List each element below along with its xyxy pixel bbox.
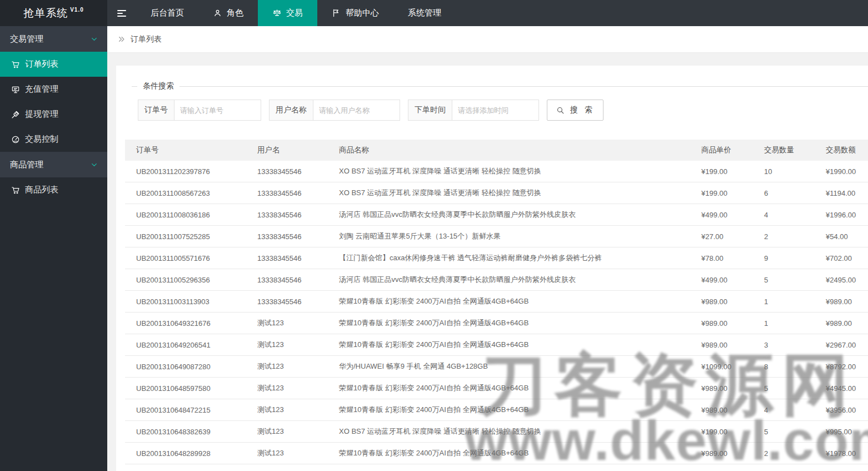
order-time-input[interactable]: [452, 100, 538, 120]
sidebar-item-withdraw-management[interactable]: 提现管理: [0, 102, 107, 127]
cell-amount: ¥54.00: [815, 232, 868, 241]
content-panel: 条件搜索 订单号 用户名称 下单时间 搜 索: [116, 66, 868, 471]
search-button-label: 搜 索: [570, 105, 595, 115]
sidebar-group-trade-management[interactable]: 交易管理: [0, 26, 107, 52]
cell-product: 汤河店 韩国正品vvc防晒衣女经典薄夏季中长款防晒服户外防紫外线皮肤衣: [328, 210, 690, 220]
order-no-input[interactable]: [174, 100, 261, 120]
search-icon: [556, 106, 565, 115]
cell-product: XO BS7 运动蓝牙耳机 深度降噪 通话更清晰 轻松操控 随意切换: [328, 427, 690, 437]
cell-product: 华为/HUAWEI 畅享9 手机 全网通 4GB+128GB: [328, 361, 690, 371]
cart-icon: [11, 186, 20, 195]
cell-order-no: UB2001311008567263: [125, 189, 246, 197]
menu-toggle-icon[interactable]: [107, 0, 136, 26]
cell-quantity: 2: [753, 449, 815, 458]
cell-quantity: 2: [753, 232, 815, 241]
gauge-icon: [11, 135, 20, 144]
top-navbar: 抢单系统 V1.0 后台首页 角色 交易 帮助中心 系统管理: [0, 0, 868, 26]
username-input[interactable]: [313, 100, 400, 120]
cell-username: 13338345546: [246, 189, 328, 197]
sidebar-item-trade-control[interactable]: 交易控制: [0, 127, 107, 152]
column-header-amount: 交易数额: [815, 145, 868, 155]
cell-username: 测试123: [246, 427, 328, 437]
cell-amount: ¥1990.00: [815, 167, 868, 176]
sidebar-item-recharge-management[interactable]: 充值管理: [0, 77, 107, 102]
cell-price: ¥1099.00: [690, 363, 753, 371]
cart-icon: [11, 60, 20, 69]
cell-amount: ¥8792.00: [815, 363, 868, 371]
search-fieldset: 条件搜索 订单号 用户名称 下单时间 搜 索: [132, 81, 868, 121]
order-no-field-group: 订单号: [138, 100, 261, 121]
nav-item-trade[interactable]: 交易: [258, 0, 317, 26]
order-time-field-group: 下单时间: [408, 100, 539, 121]
cell-order-no: UB2001310648472215: [125, 406, 246, 414]
nav-item-help-center[interactable]: 帮助中心: [317, 0, 393, 26]
table-row: UB2001310648472215 测试123 荣耀10青春版 幻彩渐变 24…: [125, 399, 868, 421]
cell-order-no: UB2001311003113903: [125, 298, 246, 306]
column-header-username: 用户名: [246, 145, 328, 155]
nav-item-label: 交易: [286, 8, 303, 18]
cell-quantity: 6: [753, 189, 815, 197]
cell-product: 荣耀10青春版 幻彩渐变 2400万AI自拍 全网通版4GB+64GB: [328, 383, 690, 393]
search-button[interactable]: 搜 索: [547, 100, 603, 121]
column-header-order-no: 订单号: [125, 145, 246, 155]
order-time-field-label: 下单时间: [408, 100, 452, 120]
cell-price: ¥989.00: [690, 298, 753, 306]
cell-quantity: 4: [753, 406, 815, 414]
nav-item-system-management[interactable]: 系统管理: [393, 0, 456, 26]
cell-order-no: UB2001310648289928: [125, 449, 246, 458]
cell-amount: ¥989.00: [815, 319, 868, 328]
cell-product: 【江门新会馆】caxa休闲修身速干裤 透气轻薄运动裤耐磨健身户外裤多袋裤七分裤: [328, 253, 690, 263]
person-icon: [213, 8, 222, 18]
cell-amount: ¥2967.00: [815, 341, 868, 349]
cell-order-no: UB2001310649206541: [125, 341, 246, 349]
cell-quantity: 4: [753, 211, 815, 219]
cell-price: ¥989.00: [690, 319, 753, 328]
sidebar-item-label: 交易控制: [25, 134, 58, 145]
cell-username: 13338345546: [246, 211, 328, 219]
cell-price: ¥199.00: [690, 189, 753, 197]
table-row: UB2001310648189445 测试123 宁福吉 新疆和田大枣煲粥枣50…: [125, 464, 868, 471]
column-header-quantity: 交易数量: [753, 145, 815, 155]
cell-username: 13338345546: [246, 298, 328, 306]
cell-username: 测试123: [246, 340, 328, 350]
cell-username: 测试123: [246, 318, 328, 328]
column-header-product: 商品名称: [328, 145, 690, 155]
sidebar-item-order-list[interactable]: 订单列表: [0, 52, 107, 77]
sidebar-group-product-management[interactable]: 商品管理: [0, 152, 107, 177]
sidebar: 交易管理 订单列表 充值管理 提现管理 交易控制 商品管理 商品列表: [0, 26, 107, 471]
cell-amount: ¥989.00: [815, 298, 868, 306]
cell-amount: ¥1996.00: [815, 211, 868, 219]
cell-quantity: 3: [753, 341, 815, 349]
table-row: UB2001310648382639 测试123 XO BS7 运动蓝牙耳机 深…: [125, 421, 868, 443]
cell-price: ¥499.00: [690, 211, 753, 219]
cell-username: 测试123: [246, 448, 328, 458]
table-body: UB2001311202397876 13338345546 XO BS7 运动…: [125, 161, 868, 471]
chevron-down-icon: [90, 161, 98, 169]
cell-amount: ¥702.00: [815, 254, 868, 262]
sidebar-item-label: 订单列表: [25, 59, 58, 70]
search-form: 订单号 用户名称 下单时间 搜 索: [132, 100, 868, 121]
order-no-field-label: 订单号: [138, 100, 174, 120]
table-row: UB2001311003113903 13338345546 荣耀10青春版 幻…: [125, 291, 868, 313]
table-row: UB2001310649206541 测试123 荣耀10青春版 幻彩渐变 24…: [125, 334, 868, 356]
cell-price: ¥989.00: [690, 384, 753, 393]
cell-quantity: 9: [753, 254, 815, 262]
nav-item-roles[interactable]: 角色: [198, 0, 258, 26]
cell-username: 13338345546: [246, 167, 328, 176]
sidebar-group-label: 商品管理: [10, 160, 43, 170]
app-title: 抢单系统: [23, 6, 68, 21]
gavel-icon: [11, 110, 20, 119]
cell-order-no: UB2001311005296356: [125, 276, 246, 284]
sidebar-item-product-list[interactable]: 商品列表: [0, 177, 107, 202]
cell-price: ¥199.00: [690, 167, 753, 176]
sidebar-item-label: 提现管理: [25, 109, 58, 120]
cell-price: ¥989.00: [690, 406, 753, 414]
cell-username: 测试123: [246, 383, 328, 393]
cell-username: 13338345546: [246, 232, 328, 241]
nav-item-dashboard[interactable]: 后台首页: [136, 0, 198, 26]
cell-product: 荣耀10青春版 幻彩渐变 2400万AI自拍 全网通版4GB+64GB: [328, 448, 690, 458]
table-row: UB2001311007525285 13338345546 刘陶 云南昭通丑苹…: [125, 226, 868, 247]
cell-product: XO BS7 运动蓝牙耳机 深度降噪 通话更清晰 轻松操控 随意切换: [328, 188, 690, 198]
cell-order-no: UB2001311008036186: [125, 211, 246, 219]
table-row: UB2001311202397876 13338345546 XO BS7 运动…: [125, 161, 868, 182]
